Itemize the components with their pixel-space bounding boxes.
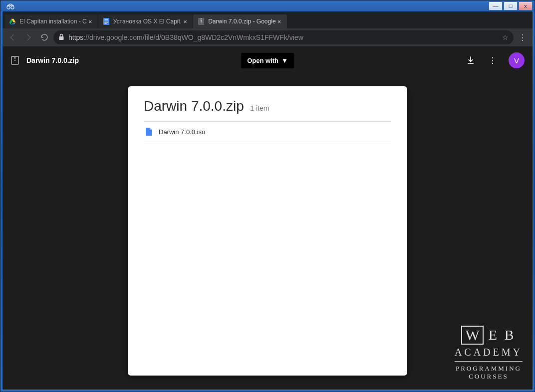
tab-close-icon[interactable]: × [276,18,283,25]
browser-tab[interactable]: Установка OS X El Capit. × [98,14,193,28]
svg-rect-8 [104,22,108,22]
tab-strip: El Capitan installation - C × Установка … [2,11,533,28]
svg-rect-11 [201,18,202,19]
item-count: 1 item [250,104,269,112]
svg-rect-13 [201,21,202,22]
svg-rect-14 [59,36,64,40]
svg-rect-12 [201,20,202,21]
browser-toolbar: https://drive.google.com/file/d/0B38qWO_… [2,28,533,46]
bookmark-star-icon[interactable]: ☆ [502,33,509,41]
os-titlebar: — □ x [0,0,535,11]
reload-button[interactable] [37,30,51,44]
svg-rect-18 [14,60,15,61]
window-close-button[interactable]: x [519,1,533,10]
drive-favicon-icon [8,17,16,25]
address-bar[interactable]: https://drive.google.com/file/d/0B38qWO_… [53,30,514,44]
back-button[interactable] [5,30,19,44]
svg-rect-7 [104,21,108,21]
archive-icon [10,56,19,65]
browser-tab[interactable]: El Capitan installation - C × [4,14,98,28]
viewer-header: Darwin 7.0.0.zip Open with ▼ ⋮ V [2,46,533,74]
download-button[interactable] [465,54,477,66]
svg-rect-16 [14,57,15,58]
https-lock-icon [58,33,64,42]
file-icon [145,127,153,137]
window-minimize-button[interactable]: — [489,1,503,10]
svg-rect-17 [14,58,15,59]
forward-button[interactable] [21,30,35,44]
watermark: W E B ACADEMY PROGRAMMING COURSES [455,326,523,381]
file-name: Darwin 7.0.0.iso [159,128,205,136]
url-text: https://drive.google.com/file/d/0B38qWO_… [68,33,498,41]
incognito-icon [5,2,15,10]
svg-rect-5 [103,18,109,25]
tab-title: Установка OS X El Capit. [113,18,182,25]
tab-close-icon[interactable]: × [182,18,189,25]
archive-contents-card: Darwin 7.0.0.zip 1 item Darwin 7.0.0.iso [128,86,407,376]
file-row[interactable]: Darwin 7.0.0.iso [144,122,391,142]
window-maximize-button[interactable]: □ [504,1,518,10]
tab-title: Darwin 7.0.0.zip - Google [208,18,275,25]
open-with-button[interactable]: Open with ▼ [241,53,294,68]
docs-favicon-icon [102,17,110,25]
svg-point-1 [11,6,14,9]
svg-rect-9 [104,23,106,24]
archive-favicon-icon [197,17,205,25]
account-avatar[interactable]: V [509,52,525,68]
tab-title: El Capitan installation - C [19,18,87,25]
tab-close-icon[interactable]: × [87,18,94,25]
svg-point-0 [7,6,10,9]
svg-rect-6 [104,19,108,20]
card-title: Darwin 7.0.0.zip [144,98,244,114]
more-actions-button[interactable]: ⋮ [487,54,499,66]
browser-tab-active[interactable]: Darwin 7.0.0.zip - Google × [193,14,286,28]
drive-viewer: Darwin 7.0.0.zip Open with ▼ ⋮ V Darwin … [2,46,533,390]
browser-menu-button[interactable]: ⋮ [516,30,530,44]
browser-window: El Capitan installation - C × Установка … [2,11,533,390]
viewer-filename: Darwin 7.0.0.zip [26,56,79,64]
caret-down-icon: ▼ [281,57,288,64]
